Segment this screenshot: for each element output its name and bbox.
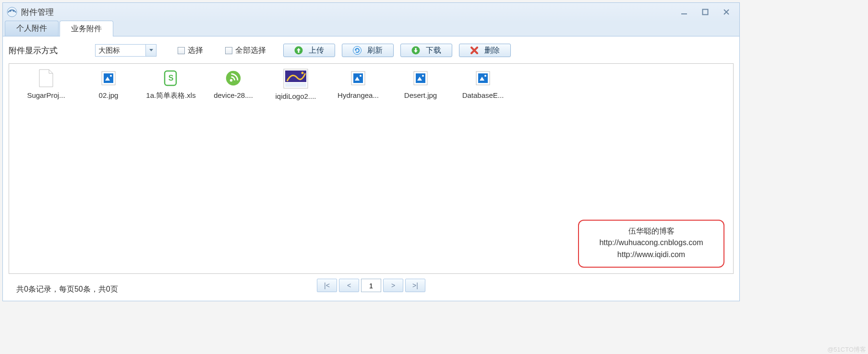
upload-icon bbox=[294, 46, 303, 55]
footer: 共0条记录，每页50条，共0页 |< < > >| bbox=[9, 276, 734, 297]
svg-rect-3 bbox=[681, 13, 687, 14]
file-name: 02.jpg bbox=[99, 91, 119, 100]
svg-point-6 bbox=[353, 47, 362, 55]
svg-point-2 bbox=[13, 11, 14, 12]
svg-text:S: S bbox=[169, 74, 174, 82]
image-icon bbox=[412, 69, 429, 88]
svg-rect-26 bbox=[478, 73, 488, 83]
app-icon bbox=[7, 7, 17, 17]
svg-point-27 bbox=[484, 75, 486, 77]
button-label: 删除 bbox=[484, 46, 500, 56]
logo-icon bbox=[283, 69, 308, 89]
checkbox-label: 全部选择 bbox=[235, 46, 266, 56]
checkbox-select[interactable]: 选择 bbox=[178, 46, 203, 56]
file-name: iqidiLogo2.... bbox=[275, 92, 316, 101]
file-name: SugarProj... bbox=[27, 91, 65, 100]
maximize-button[interactable] bbox=[700, 7, 711, 17]
svg-point-10 bbox=[110, 75, 112, 77]
callout-title: 伍华聪的博客 bbox=[585, 225, 718, 237]
record-status: 共0条记录，每页50条，共0页 bbox=[11, 284, 118, 295]
svg-point-24 bbox=[422, 75, 424, 77]
svg-rect-23 bbox=[416, 73, 425, 83]
delete-button[interactable]: 删除 bbox=[459, 44, 511, 57]
upload-button[interactable]: 上传 bbox=[283, 44, 335, 57]
svg-rect-4 bbox=[703, 10, 708, 15]
svg-point-17 bbox=[301, 72, 304, 74]
titlebar: 附件管理 bbox=[3, 3, 739, 21]
tab-label: 个人附件 bbox=[16, 24, 47, 34]
download-icon bbox=[411, 46, 420, 55]
image-icon bbox=[100, 69, 117, 88]
callout-url2: http://www.iqidi.com bbox=[585, 249, 718, 261]
svg-rect-18 bbox=[285, 83, 306, 87]
watermark-callout: 伍华聪的博客 http://wuhuacong.cnblogs.com http… bbox=[578, 220, 724, 268]
checkbox-icon bbox=[178, 47, 185, 54]
file-grid: SugarProj... 02.jpg S 1a.简单表格.xls bbox=[15, 69, 727, 101]
delete-icon bbox=[470, 46, 479, 55]
dropdown-value: 大图标 bbox=[96, 46, 145, 55]
refresh-button[interactable]: 刷新 bbox=[342, 44, 394, 57]
file-item[interactable]: SugarProj... bbox=[15, 69, 77, 101]
file-item[interactable]: device-28.... bbox=[202, 69, 265, 101]
file-item[interactable]: Desert.jpg bbox=[389, 69, 452, 101]
prev-page-button[interactable]: < bbox=[339, 279, 359, 292]
download-button[interactable]: 下载 bbox=[400, 44, 452, 57]
file-name: 1a.简单表格.xls bbox=[146, 91, 195, 100]
svg-point-14 bbox=[230, 79, 232, 82]
file-item[interactable]: 02.jpg bbox=[77, 69, 140, 101]
file-pane: SugarProj... 02.jpg S 1a.简单表格.xls bbox=[9, 63, 734, 274]
image-icon bbox=[350, 69, 366, 88]
tab-strip: 个人附件 业务附件 bbox=[3, 20, 739, 36]
window-controls bbox=[679, 7, 735, 17]
svg-rect-9 bbox=[104, 73, 113, 83]
file-name: Desert.jpg bbox=[404, 91, 437, 100]
close-button[interactable] bbox=[721, 7, 732, 17]
tab-content: 附件显示方式 大图标 选择 全部选择 bbox=[3, 36, 739, 301]
first-page-button[interactable]: |< bbox=[317, 279, 337, 292]
next-page-button[interactable]: > bbox=[383, 279, 403, 292]
tab-business-attachments[interactable]: 业务附件 bbox=[60, 21, 113, 36]
last-page-button[interactable]: >| bbox=[405, 279, 425, 292]
display-mode-label: 附件显示方式 bbox=[9, 45, 58, 56]
wifi-icon bbox=[225, 69, 241, 88]
tab-label: 业务附件 bbox=[71, 24, 102, 34]
button-label: 上传 bbox=[309, 46, 324, 56]
svg-point-1 bbox=[10, 11, 12, 12]
button-label: 下载 bbox=[426, 46, 441, 56]
checkbox-select-all[interactable]: 全部选择 bbox=[225, 46, 266, 56]
button-label: 刷新 bbox=[367, 46, 383, 56]
toolbar: 附件显示方式 大图标 选择 全部选择 bbox=[9, 42, 734, 59]
refresh-icon bbox=[353, 46, 362, 55]
chevron-down-icon bbox=[145, 45, 156, 56]
file-item[interactable]: iqidiLogo2.... bbox=[265, 69, 327, 101]
window: 附件管理 个人附件 业务附件 bbox=[2, 2, 740, 301]
checkbox-icon bbox=[225, 47, 232, 54]
file-item[interactable]: Hydrangea... bbox=[327, 69, 389, 101]
file-name: DatabaseE... bbox=[462, 91, 504, 100]
page-number-input[interactable] bbox=[361, 279, 381, 292]
svg-rect-20 bbox=[353, 73, 363, 83]
display-mode-dropdown[interactable]: 大图标 bbox=[95, 44, 157, 57]
tab-personal-attachments[interactable]: 个人附件 bbox=[5, 21, 59, 36]
image-icon bbox=[475, 69, 491, 88]
file-item[interactable]: DatabaseE... bbox=[452, 69, 514, 101]
file-name: Hydrangea... bbox=[338, 91, 379, 100]
window-title: 附件管理 bbox=[21, 7, 54, 18]
xls-icon: S bbox=[163, 69, 179, 88]
minimize-button[interactable] bbox=[679, 7, 689, 17]
callout-url1: http://wuhuacong.cnblogs.com bbox=[585, 237, 718, 249]
file-blank-icon bbox=[38, 69, 54, 88]
external-watermark: @51CTO博客 bbox=[827, 345, 866, 354]
checkbox-label: 选择 bbox=[188, 46, 203, 56]
svg-point-21 bbox=[360, 75, 362, 77]
file-item[interactable]: S 1a.简单表格.xls bbox=[140, 69, 202, 101]
file-name: device-28.... bbox=[214, 91, 253, 100]
